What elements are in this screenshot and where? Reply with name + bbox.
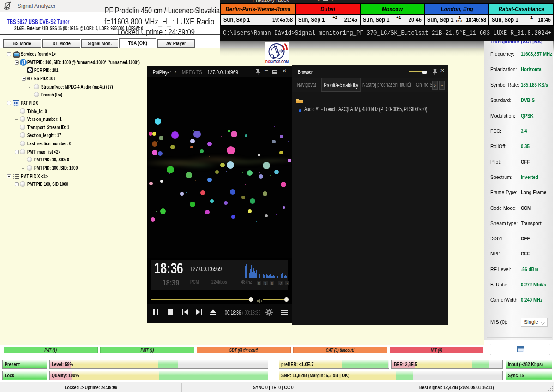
svg-text:DXSATCS.COM: DXSATCS.COM	[265, 59, 289, 64]
